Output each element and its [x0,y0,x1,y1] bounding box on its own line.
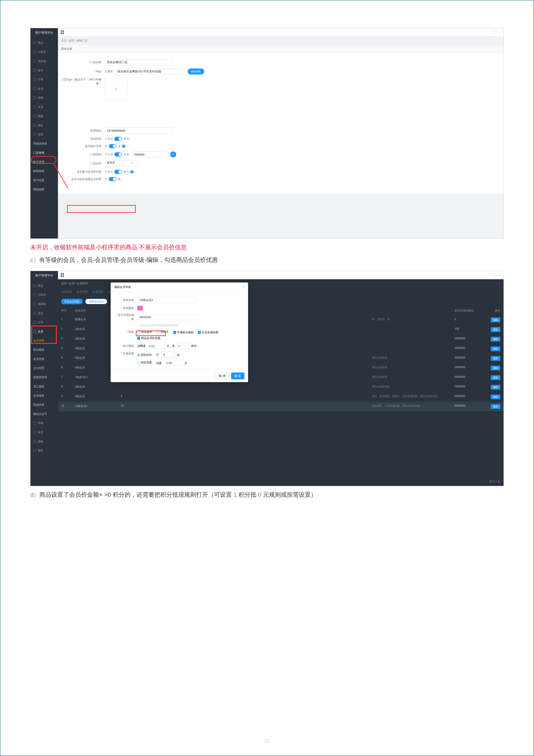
level-exp-input[interactable] [137,314,197,320]
nav-supply[interactable]: 供应链 [31,57,58,66]
nav-guide-mgmt[interactable]: 导购员管理 [31,139,58,148]
nav-merchant-info[interactable]: 商户信息 [31,176,58,185]
nav-settings[interactable]: 设置 [31,130,58,139]
nav-finance[interactable]: 财务 [31,446,58,455]
tel-input[interactable] [105,128,174,134]
edit-button[interactable]: 编辑 [491,394,500,399]
nav-goods[interactable]: 商品 [31,38,58,47]
nav-order[interactable]: 订单 [31,75,58,84]
nav-table[interactable]: 桌台 [31,66,58,75]
nav-table[interactable]: 桌台 [31,309,58,318]
nav-member[interactable]: 会员 [31,327,58,336]
close-icon[interactable]: × [243,285,244,289]
enable-level-button[interactable]: 开启会员等级 [61,299,83,304]
nav-card[interactable]: 次卡管理 [31,364,58,373]
edit-button[interactable]: 编辑 [491,346,500,351]
edit-button[interactable]: 编辑 [491,365,500,370]
nav-order[interactable]: 订单 [31,318,58,327]
nav-group[interactable]: 团购 [31,437,58,446]
member-disc-toggle[interactable]: 不参与 参与 [105,170,129,174]
spend-input[interactable] [147,343,165,349]
pwd-toggle[interactable]: 不启用 启用 [105,152,129,156]
tab-list[interactable]: 会员列表 [61,290,72,294]
table-row: 1010级会员110积分获取、会员专属优惠、商品会员价优惠9000000编辑 [58,402,503,412]
fixed-val-input[interactable] [161,352,175,358]
apps-icon[interactable] [61,273,65,277]
tab-tag[interactable]: 标签管理 [77,290,88,294]
nav-marketing[interactable]: 营销 [31,93,58,102]
type-label: 门店类型 [61,162,105,166]
nav-member-mgmt[interactable]: 会员管理 [31,336,58,345]
nav-marketing[interactable]: 营销 [31,418,58,428]
level-color-label: 等级颜色: [123,307,134,310]
nav-perm-mgmt[interactable]: 权限管理 [31,167,58,176]
fullscreen-icon[interactable]: ⛶ [494,31,496,34]
address-input[interactable] [115,68,184,74]
chk-member-disc[interactable]: ✓会员专属优惠 [198,331,218,335]
apps-icon[interactable] [61,31,65,34]
nav-store-mgmt[interactable]: 门店管理 [31,148,58,157]
edit-button[interactable]: 编辑 [491,404,500,409]
type-select[interactable]: 直营店 ∨ [105,161,139,167]
nav-group[interactable]: 团购 [31,112,58,121]
edit-button[interactable]: 编辑 [491,375,500,380]
cancel-button[interactable]: 取 消 [215,372,229,379]
open-label: 营业状态 [61,137,105,141]
level-name-input[interactable] [137,297,197,303]
edit-button[interactable]: 编辑 [491,337,500,341]
chk-price[interactable]: ✓商品会员价优惠 [137,336,160,340]
share-disc-label: 会员与折扣优惠是否同享 [61,177,105,181]
nav-recharge[interactable]: 会员充值 [31,354,58,364]
give-input[interactable] [176,343,190,349]
open-toggle[interactable]: 不营业 营业 [105,137,129,141]
map-button[interactable]: 使用地图 [188,68,204,74]
nav-takeout[interactable]: 外卖 [31,102,58,112]
nav-miniapp[interactable]: 小程序 [31,290,58,299]
logo-upload[interactable]: + [105,78,128,100]
help-icon[interactable]: ? [122,145,125,148]
screenshot-store-settings: 商户管理平台 商品 小程序 供应链 桌台 订单 会员 营销 外卖 团购 财务 设… [30,28,504,239]
page-next[interactable]: › [486,480,487,483]
share-disc-toggle[interactable]: 否 是 [105,177,121,181]
chk-point-rule[interactable]: ✓专属积分规则 [173,331,194,335]
nav-report[interactable]: 会员报表 [31,391,58,400]
page-prev[interactable]: ‹ [483,480,484,483]
nav-diag[interactable]: 网络诊断 [31,185,58,194]
nav-account-mgmt[interactable]: 帐号管理 [31,157,58,167]
nav-finance[interactable]: 财务 [31,121,58,130]
edit-button[interactable]: 编辑 [491,356,500,361]
radio-fixed-amount[interactable]: 固定优惠 [137,361,152,364]
help-icon[interactable]: ? [130,170,134,174]
back-icon[interactable]: ← [497,39,500,42]
nav-other[interactable]: 其他设置 [31,400,58,409]
store-name-input[interactable] [105,59,174,65]
stock-toggle[interactable]: 否 是 [105,144,121,148]
ok-button[interactable]: 确 定 [231,372,244,379]
nav-goods[interactable]: 商品 [31,281,58,290]
log-button[interactable]: 设置活动日志 [85,299,107,304]
nav-wechat[interactable]: 微信公众号 [31,409,58,418]
chk-points[interactable]: 送积分 [156,330,169,334]
more-icon[interactable]: ··· [499,31,501,34]
nav-takeout[interactable]: 外卖 [31,428,58,437]
more-icon[interactable]: ··· [499,274,501,277]
nav-member[interactable]: 会员 [31,84,58,93]
refresh-icon[interactable]: ↻ [170,151,176,157]
color-picker[interactable] [137,306,143,310]
nav-supply[interactable]: 供应链 [31,299,58,309]
edit-button[interactable]: 编辑 [491,317,500,322]
tab-level[interactable]: 会员等级 [92,290,103,294]
nav-coupon[interactable]: 优惠券管理 [31,373,58,382]
member-disc-label: 是否参与会员价优惠 [61,170,105,174]
pwd-input[interactable] [132,151,167,157]
nav-staff[interactable]: 员工激励 [31,382,58,391]
nav-point-rule[interactable]: 积分规则 [31,345,58,354]
edit-button[interactable]: 编辑 [491,327,500,332]
amount-val-input[interactable] [164,360,182,366]
radio-fixed-discount[interactable]: 固定折扣 [137,353,152,357]
fullscreen-icon[interactable]: ⛶ [494,274,496,277]
edit-button[interactable]: 编辑 [491,385,500,390]
chk-coupon[interactable]: 送优惠券 [137,330,152,334]
back-icon[interactable]: ← [497,282,500,285]
nav-miniapp[interactable]: 小程序 [31,47,58,57]
